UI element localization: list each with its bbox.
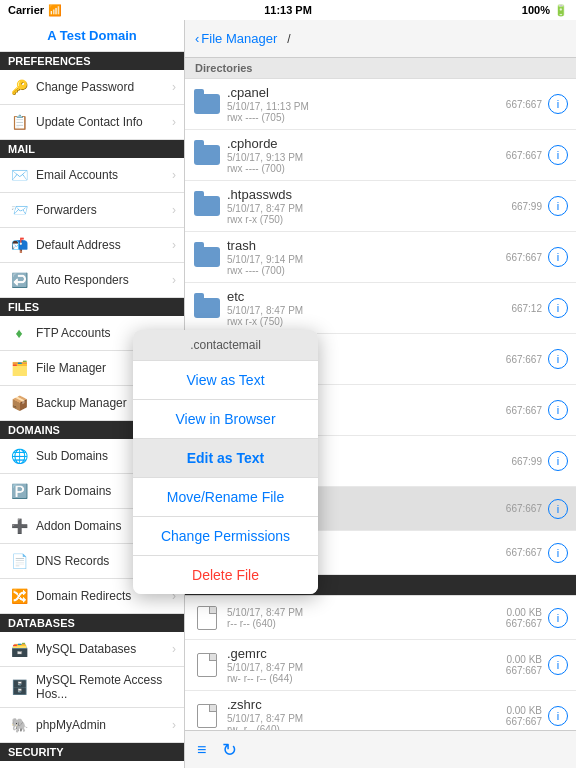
context-menu: .contactemail View as Text View in Brows… [133,330,318,594]
context-menu-view-in-browser[interactable]: View in Browser [133,400,318,439]
context-menu-delete-file[interactable]: Delete File [133,556,318,594]
context-menu-overlay[interactable]: .contactemail View as Text View in Brows… [0,0,576,768]
context-menu-move-rename[interactable]: Move/Rename File [133,478,318,517]
context-menu-change-permissions[interactable]: Change Permissions [133,517,318,556]
context-menu-edit-as-text[interactable]: Edit as Text [133,439,318,478]
context-menu-view-as-text[interactable]: View as Text [133,361,318,400]
context-menu-header: .contactemail [133,330,318,361]
